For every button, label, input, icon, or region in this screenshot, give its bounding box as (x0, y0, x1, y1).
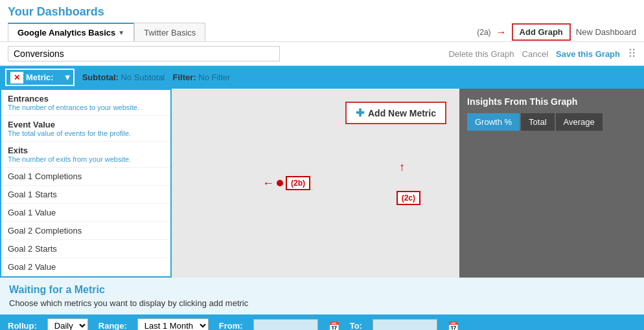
arrow-up-icon: ↑ (399, 160, 405, 174)
bottom-section: Waiting for a Metric Choose which metric… (0, 278, 644, 314)
graph-actions: Delete this Graph Cancel Save this Graph… (448, 47, 636, 61)
arrow-right-icon: → (496, 27, 507, 38)
metric-item-title: Entrances (8, 94, 49, 104)
metric-dropdown[interactable] (54, 71, 69, 83)
range-label: Range: (98, 321, 127, 330)
metric-select-box: ✕ Metric: ▼ (5, 69, 75, 86)
metric-bar: ✕ Metric: ▼ Subtotal: No Subtotal Filter… (0, 66, 644, 89)
annotation-2c: (2c) (397, 193, 420, 203)
insights-buttons: Growth %TotalAverage (467, 113, 636, 131)
metric-list-item[interactable]: ExitsThe number of exits from your websi… (1, 142, 170, 168)
annotation-2c-label: (2c) (397, 191, 420, 205)
insight-btn-average[interactable]: Average (556, 113, 603, 131)
filter-label: Filter: No Filter (173, 72, 231, 82)
annotation-dot (277, 180, 283, 186)
metric-list-item[interactable]: Goal 2 Completions (1, 222, 170, 240)
footer-bar: Rollup: Daily Range: Last 1 MonthLast 7 … (0, 314, 644, 330)
tab-arrow-google: ▼ (118, 29, 124, 36)
graph-body: EntrancesThe number of entrances to your… (0, 89, 644, 278)
header: Your Dashboards Google Analytics Basics … (0, 0, 644, 42)
tab-twitter[interactable]: Twitter Basics (134, 23, 205, 41)
waiting-title: Waiting for a Metric (9, 284, 635, 296)
graph-title-input[interactable] (8, 46, 280, 61)
new-dashboard-button[interactable]: New Dashboard (576, 27, 636, 37)
drag-handle-icon[interactable]: ⠿ (628, 47, 636, 61)
tab-label-google: Google Analytics Basics (17, 28, 115, 38)
graph-area: ← (2b) ✚ Add New Metric ↑ (2c) (172, 89, 459, 278)
tabs-row: Google Analytics Basics ▼ Twitter Basics… (8, 23, 636, 41)
metric-item-desc: The number of exits from your website. (8, 155, 164, 163)
plus-icon: ✚ (356, 107, 364, 119)
add-metric-label: Add New Metric (368, 108, 436, 118)
rollup-label: Rollup: (8, 321, 37, 330)
metric-list-item[interactable]: Goal 1 Starts (1, 186, 170, 204)
waiting-desc: Choose which metrics you want to display… (9, 298, 635, 308)
tabs: Google Analytics Basics ▼ Twitter Basics (8, 23, 205, 41)
metric-label: Metric: (26, 72, 54, 82)
metric-item-desc: The total value of events for the profil… (8, 129, 164, 137)
metric-item-title: Goal 2 Completions (8, 226, 82, 236)
metric-item-desc: The number of entrances to your website. (8, 104, 164, 111)
calendar-to-icon[interactable]: 📅 (448, 321, 459, 331)
insight-btn-total[interactable]: Total (521, 113, 554, 131)
metric-item-title: Event Value (8, 120, 55, 129)
metric-list-item[interactable]: EntrancesThe number of entrances to your… (1, 90, 170, 116)
insights-panel: Insights From This Graph Growth %TotalAv… (459, 89, 644, 278)
rollup-select[interactable]: Daily (47, 318, 88, 330)
range-select[interactable]: Last 1 MonthLast 7 DaysLast 30 DaysCusto… (137, 318, 209, 330)
main: Delete this Graph Cancel Save this Graph… (0, 42, 644, 327)
from-label: From: (219, 321, 243, 330)
annotation-2a: (2a) (477, 28, 490, 37)
metric-close-button[interactable]: ✕ (10, 72, 23, 83)
graph-section: Delete this Graph Cancel Save this Graph… (0, 42, 644, 278)
tab-google-analytics[interactable]: Google Analytics Basics ▼ (8, 23, 134, 41)
metric-list-item[interactable]: Goal 1 Completions (1, 168, 170, 186)
metric-list-item[interactable]: Goal 2 Value (1, 258, 170, 276)
metric-list-item[interactable]: Goal 2 Starts (1, 240, 170, 258)
metric-item-title: Exits (8, 146, 28, 155)
metric-item-title: Goal 1 Starts (8, 190, 57, 199)
metric-item-title: Goal 2 Value (8, 262, 56, 272)
metric-list-item[interactable]: Goal 1 Value (1, 204, 170, 222)
metric-list-item[interactable]: Event ValueThe total value of events for… (1, 116, 170, 142)
metric-item-title: Goal 1 Completions (8, 171, 82, 181)
arrow-left-icon: ← (262, 177, 274, 190)
from-date-input[interactable] (253, 319, 318, 330)
to-date-input[interactable] (373, 319, 437, 330)
header-actions: (2a) → Add Graph New Dashboard (477, 23, 636, 41)
add-new-metric-button[interactable]: ✚ Add New Metric (345, 102, 446, 124)
save-graph-button[interactable]: Save this Graph (556, 49, 620, 59)
annotation-2b-label: (2b) (286, 176, 310, 190)
delete-graph-button[interactable]: Delete this Graph (448, 49, 514, 59)
to-label: To: (350, 321, 362, 330)
subtotal-label: Subtotal: No Subtotal (82, 72, 165, 82)
metric-list: EntrancesThe number of entrances to your… (0, 89, 172, 278)
add-graph-button[interactable]: Add Graph (512, 23, 571, 41)
tab-label-twitter: Twitter Basics (144, 28, 196, 38)
metric-item-title: Goal 1 Value (8, 208, 56, 217)
page-title: Your Dashboards (8, 5, 636, 19)
cancel-button[interactable]: Cancel (522, 49, 548, 59)
insights-title: Insights From This Graph (467, 96, 636, 107)
calendar-from-icon[interactable]: 📅 (328, 321, 339, 331)
metric-item-title: Goal 2 Starts (8, 244, 57, 254)
annotation-2b: ← (2b) (262, 176, 310, 190)
insight-btn-growth--[interactable]: Growth % (467, 113, 520, 131)
graph-title-bar: Delete this Graph Cancel Save this Graph… (0, 42, 644, 66)
